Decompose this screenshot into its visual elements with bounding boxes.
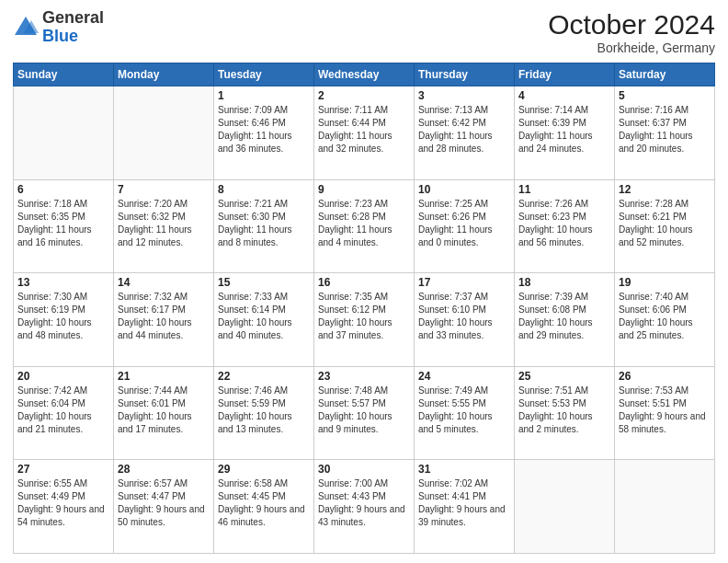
- day-info: Sunrise: 6:58 AMSunset: 4:45 PMDaylight:…: [218, 477, 310, 529]
- day-number: 6: [17, 183, 109, 196]
- day-number: 11: [518, 183, 610, 196]
- day-info: Sunrise: 7:11 AMSunset: 6:44 PMDaylight:…: [318, 104, 410, 155]
- day-info: Sunrise: 6:57 AMSunset: 4:47 PMDaylight:…: [118, 477, 210, 529]
- day-number: 12: [619, 183, 711, 196]
- day-cell: 4Sunrise: 7:14 AMSunset: 6:39 PMDaylight…: [515, 86, 615, 180]
- day-info: Sunrise: 7:49 AMSunset: 5:55 PMDaylight:…: [418, 385, 510, 436]
- day-of-week-sunday: Sunday: [14, 63, 114, 86]
- day-number: 8: [218, 183, 310, 196]
- day-cell: 6Sunrise: 7:18 AMSunset: 6:35 PMDaylight…: [14, 179, 114, 273]
- day-info: Sunrise: 7:09 AMSunset: 6:46 PMDaylight:…: [218, 104, 310, 155]
- day-cell: 23Sunrise: 7:48 AMSunset: 5:57 PMDayligh…: [314, 366, 415, 460]
- page: General Blue October 2024 Borkheide, Ger…: [0, 0, 728, 563]
- day-cell: 1Sunrise: 7:09 AMSunset: 6:46 PMDaylight…: [214, 86, 314, 180]
- day-info: Sunrise: 7:23 AMSunset: 6:28 PMDaylight:…: [318, 198, 410, 249]
- header: General Blue October 2024 Borkheide, Ger…: [13, 9, 715, 55]
- day-cell: 5Sunrise: 7:16 AMSunset: 6:37 PMDaylight…: [615, 86, 715, 180]
- week-row-4: 20Sunrise: 7:42 AMSunset: 6:04 PMDayligh…: [14, 366, 715, 460]
- day-info: Sunrise: 7:13 AMSunset: 6:42 PMDaylight:…: [418, 104, 510, 155]
- day-of-week-tuesday: Tuesday: [214, 63, 314, 86]
- day-number: 27: [17, 463, 109, 476]
- day-number: 22: [218, 370, 310, 383]
- day-number: 25: [518, 370, 610, 383]
- day-number: 21: [118, 370, 210, 383]
- day-cell: 22Sunrise: 7:46 AMSunset: 5:59 PMDayligh…: [214, 366, 314, 460]
- week-row-2: 6Sunrise: 7:18 AMSunset: 6:35 PMDaylight…: [14, 179, 715, 273]
- logo-icon: [13, 15, 39, 40]
- day-number: 15: [218, 276, 310, 289]
- day-cell: 21Sunrise: 7:44 AMSunset: 6:01 PMDayligh…: [114, 366, 214, 460]
- day-info: Sunrise: 7:51 AMSunset: 5:53 PMDaylight:…: [518, 385, 610, 436]
- day-number: 9: [318, 183, 410, 196]
- day-cell: 2Sunrise: 7:11 AMSunset: 6:44 PMDaylight…: [314, 86, 415, 180]
- day-cell: 28Sunrise: 6:57 AMSunset: 4:47 PMDayligh…: [114, 460, 214, 554]
- day-info: Sunrise: 7:42 AMSunset: 6:04 PMDaylight:…: [17, 385, 109, 436]
- day-number: 13: [17, 276, 109, 289]
- week-row-1: 1Sunrise: 7:09 AMSunset: 6:46 PMDaylight…: [14, 86, 715, 180]
- day-info: Sunrise: 7:44 AMSunset: 6:01 PMDaylight:…: [118, 385, 210, 436]
- day-info: Sunrise: 7:32 AMSunset: 6:17 PMDaylight:…: [118, 291, 210, 342]
- day-info: Sunrise: 7:26 AMSunset: 6:23 PMDaylight:…: [518, 198, 610, 249]
- day-number: 18: [518, 276, 610, 289]
- day-info: Sunrise: 7:35 AMSunset: 6:12 PMDaylight:…: [318, 291, 410, 342]
- day-cell: 9Sunrise: 7:23 AMSunset: 6:28 PMDaylight…: [314, 179, 415, 273]
- day-info: Sunrise: 7:30 AMSunset: 6:19 PMDaylight:…: [17, 291, 109, 342]
- day-number: 5: [619, 89, 711, 102]
- day-number: 7: [118, 183, 210, 196]
- calendar-body: 1Sunrise: 7:09 AMSunset: 6:46 PMDaylight…: [14, 86, 715, 554]
- calendar: SundayMondayTuesdayWednesdayThursdayFrid…: [13, 63, 715, 554]
- day-cell: [615, 460, 715, 554]
- day-cell: 18Sunrise: 7:39 AMSunset: 6:08 PMDayligh…: [515, 273, 615, 367]
- week-row-5: 27Sunrise: 6:55 AMSunset: 4:49 PMDayligh…: [14, 460, 715, 554]
- day-info: Sunrise: 7:16 AMSunset: 6:37 PMDaylight:…: [619, 104, 711, 155]
- day-cell: 24Sunrise: 7:49 AMSunset: 5:55 PMDayligh…: [415, 366, 515, 460]
- day-number: 20: [17, 370, 109, 383]
- day-number: 28: [118, 463, 210, 476]
- day-cell: [515, 460, 615, 554]
- day-cell: 7Sunrise: 7:20 AMSunset: 6:32 PMDaylight…: [114, 179, 214, 273]
- day-info: Sunrise: 7:02 AMSunset: 4:41 PMDaylight:…: [418, 477, 510, 529]
- day-of-week-friday: Friday: [515, 63, 615, 86]
- day-cell: 29Sunrise: 6:58 AMSunset: 4:45 PMDayligh…: [214, 460, 314, 554]
- day-number: 17: [418, 276, 510, 289]
- day-cell: 27Sunrise: 6:55 AMSunset: 4:49 PMDayligh…: [14, 460, 114, 554]
- title-block: October 2024 Borkheide, Germany: [548, 9, 715, 55]
- day-number: 16: [318, 276, 410, 289]
- day-info: Sunrise: 7:00 AMSunset: 4:43 PMDaylight:…: [318, 477, 410, 529]
- day-info: Sunrise: 6:55 AMSunset: 4:49 PMDaylight:…: [17, 477, 109, 529]
- day-of-week-wednesday: Wednesday: [314, 63, 415, 86]
- day-cell: 15Sunrise: 7:33 AMSunset: 6:14 PMDayligh…: [214, 273, 314, 367]
- day-number: 10: [418, 183, 510, 196]
- day-info: Sunrise: 7:53 AMSunset: 5:51 PMDaylight:…: [619, 385, 711, 436]
- day-number: 4: [518, 89, 610, 102]
- day-number: 24: [418, 370, 510, 383]
- location: Borkheide, Germany: [548, 40, 715, 55]
- day-cell: 26Sunrise: 7:53 AMSunset: 5:51 PMDayligh…: [615, 366, 715, 460]
- day-cell: 20Sunrise: 7:42 AMSunset: 6:04 PMDayligh…: [14, 366, 114, 460]
- week-row-3: 13Sunrise: 7:30 AMSunset: 6:19 PMDayligh…: [14, 273, 715, 367]
- day-info: Sunrise: 7:37 AMSunset: 6:10 PMDaylight:…: [418, 291, 510, 342]
- day-info: Sunrise: 7:14 AMSunset: 6:39 PMDaylight:…: [518, 104, 610, 155]
- day-info: Sunrise: 7:39 AMSunset: 6:08 PMDaylight:…: [518, 291, 610, 342]
- day-number: 30: [318, 463, 410, 476]
- day-info: Sunrise: 7:46 AMSunset: 5:59 PMDaylight:…: [218, 385, 310, 436]
- days-of-week-row: SundayMondayTuesdayWednesdayThursdayFrid…: [14, 63, 715, 86]
- day-number: 31: [418, 463, 510, 476]
- day-number: 23: [318, 370, 410, 383]
- day-info: Sunrise: 7:21 AMSunset: 6:30 PMDaylight:…: [218, 198, 310, 249]
- day-of-week-monday: Monday: [114, 63, 214, 86]
- day-cell: 12Sunrise: 7:28 AMSunset: 6:21 PMDayligh…: [615, 179, 715, 273]
- day-cell: 31Sunrise: 7:02 AMSunset: 4:41 PMDayligh…: [415, 460, 515, 554]
- day-info: Sunrise: 7:25 AMSunset: 6:26 PMDaylight:…: [418, 198, 510, 249]
- day-info: Sunrise: 7:40 AMSunset: 6:06 PMDaylight:…: [619, 291, 711, 342]
- month-year: October 2024: [548, 9, 715, 40]
- day-number: 3: [418, 89, 510, 102]
- day-number: 19: [619, 276, 711, 289]
- day-info: Sunrise: 7:48 AMSunset: 5:57 PMDaylight:…: [318, 385, 410, 436]
- day-info: Sunrise: 7:20 AMSunset: 6:32 PMDaylight:…: [118, 198, 210, 249]
- calendar-header: SundayMondayTuesdayWednesdayThursdayFrid…: [14, 63, 715, 86]
- day-cell: 13Sunrise: 7:30 AMSunset: 6:19 PMDayligh…: [14, 273, 114, 367]
- day-number: 14: [118, 276, 210, 289]
- day-number: 1: [218, 89, 310, 102]
- day-cell: 8Sunrise: 7:21 AMSunset: 6:30 PMDaylight…: [214, 179, 314, 273]
